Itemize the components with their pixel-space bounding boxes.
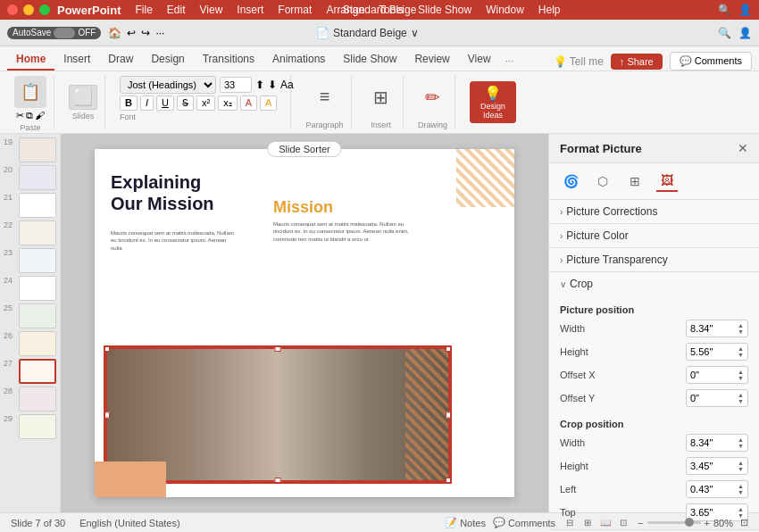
presenter-view-icon[interactable]: ⊡ (616, 516, 630, 530)
zoom-out-icon[interactable]: − (638, 518, 643, 528)
offset-y-up[interactable]: ▲ (738, 392, 744, 398)
insert-icon[interactable]: ⊞ (373, 87, 388, 108)
tell-me-button[interactable]: 💡 Tell me (554, 55, 604, 68)
tab-slideshow[interactable]: Slide Show (334, 49, 405, 71)
tab-view[interactable]: View (459, 49, 500, 71)
ribbon-more[interactable]: ··· (500, 51, 520, 71)
tab-design[interactable]: Design (142, 49, 193, 71)
offset-x-up[interactable]: ▲ (738, 369, 744, 375)
undo-icon[interactable]: ↩ (127, 27, 136, 39)
font-name-select[interactable]: Jost (Headings) (120, 76, 216, 94)
highlight-button[interactable]: A (260, 96, 277, 111)
crop-top-up[interactable]: ▲ (738, 506, 744, 512)
italic-button[interactable]: I (140, 96, 154, 111)
slide-canvas[interactable]: Explaining Our Mission Mission Mauris co… (95, 149, 514, 497)
close-button[interactable] (7, 4, 18, 15)
reading-view-icon[interactable]: 📖 (598, 516, 613, 530)
paste-icon[interactable]: 📋 (14, 76, 46, 108)
tab-draw[interactable]: Draw (99, 49, 142, 71)
offset-y-input[interactable]: 0" ▲ ▼ (686, 389, 748, 407)
redo-icon[interactable]: ↪ (141, 27, 150, 39)
menu-window[interactable]: Window (486, 4, 524, 16)
tab-transitions[interactable]: Transitions (194, 49, 263, 71)
offset-x-stepper[interactable]: ▲ ▼ (738, 369, 744, 381)
underline-button[interactable]: U (156, 96, 174, 111)
slides-icon[interactable]: ⬜ (69, 85, 97, 110)
menu-help[interactable]: Help (538, 4, 561, 16)
comments-button[interactable]: 💬 Comments (670, 52, 752, 71)
slide-preview-26[interactable] (19, 331, 56, 356)
layout-icon-tab[interactable]: ⊞ (624, 170, 646, 192)
width-input[interactable]: 8.34" ▲ ▼ (686, 320, 748, 337)
more-icon[interactable]: ··· (155, 27, 164, 39)
slide-preview-24[interactable] (19, 276, 56, 301)
slide-preview-20[interactable] (19, 165, 56, 190)
minimize-button[interactable] (23, 4, 34, 15)
share-button[interactable]: ↑ Share (611, 54, 663, 70)
crop-left-up[interactable]: ▲ (738, 483, 744, 489)
height-stepper[interactable]: ▲ ▼ (738, 345, 744, 358)
slide-preview-23[interactable] (19, 248, 56, 273)
crop-height-input[interactable]: 3.45" ▲ ▼ (686, 457, 748, 475)
user-icon[interactable]: 👤 (738, 27, 752, 39)
crop-left-input[interactable]: 0.43" ▲ ▼ (686, 480, 748, 498)
autosave-toggle[interactable]: AutoSave OFF (7, 27, 101, 39)
normal-view-icon[interactable]: ⊟ (563, 516, 577, 530)
menu-slideshow[interactable]: Slide Show (418, 4, 471, 16)
home-icon[interactable]: 🏠 (108, 27, 121, 39)
crop-height-up[interactable]: ▲ (738, 460, 744, 466)
offset-x-input[interactable]: 0" ▲ ▼ (686, 366, 748, 384)
copy-icon[interactable]: ⧉ (26, 110, 33, 121)
crop-width-stepper[interactable]: ▲ ▼ (738, 436, 744, 449)
crop-width-input[interactable]: 8.34" ▲ ▼ (686, 434, 748, 452)
cut-icon[interactable]: ✂ (16, 110, 24, 121)
crop-section-header[interactable]: ∨ Crop (549, 272, 759, 295)
zoom-in-icon[interactable]: + (705, 518, 710, 528)
superscript-button[interactable]: x² (196, 96, 215, 111)
slide-sorter-badge[interactable]: Slide Sorter (267, 141, 341, 157)
fit-to-window-icon[interactable]: ⊡ (740, 517, 748, 528)
comments-button[interactable]: 💬 Comments (493, 517, 555, 528)
picture-transparency-header[interactable]: › Picture Transparency (549, 248, 759, 271)
picture-color-header[interactable]: › Picture Color (549, 224, 759, 247)
strikethrough-button[interactable]: S̶ (177, 96, 194, 111)
design-ideas-button[interactable]: 💡 Design Ideas (470, 81, 516, 123)
font-color-button[interactable]: A (240, 96, 257, 111)
slide-preview-27[interactable] (19, 359, 56, 384)
notes-button[interactable]: 📝 Notes (445, 517, 486, 528)
height-down[interactable]: ▼ (738, 352, 744, 358)
picture-corrections-header[interactable]: › Picture Corrections (549, 200, 759, 223)
slide-sorter-view-icon[interactable]: ⊞ (580, 516, 595, 530)
slide-preview-22[interactable] (19, 220, 56, 245)
offset-x-down[interactable]: ▼ (738, 375, 744, 381)
slide-preview-29[interactable] (19, 414, 56, 439)
decrease-font-icon[interactable]: ⬇ (268, 79, 277, 91)
menu-edit[interactable]: Edit (167, 4, 186, 16)
slide-preview-25[interactable] (19, 303, 56, 328)
maximize-button[interactable] (39, 4, 50, 15)
menu-format[interactable]: Format (278, 4, 312, 16)
drawing-icon[interactable]: ✏ (425, 87, 440, 108)
account-icon[interactable]: 👤 (738, 4, 752, 16)
subscript-button[interactable]: x₂ (218, 96, 238, 111)
slide-preview-19[interactable] (19, 137, 56, 162)
zoom-slider[interactable] (647, 521, 701, 524)
paragraph-icon[interactable]: ≡ (320, 87, 330, 107)
width-down[interactable]: ▼ (738, 328, 744, 335)
menu-file[interactable]: File (136, 4, 153, 16)
slide-preview-21[interactable] (19, 193, 56, 218)
crop-height-stepper[interactable]: ▲ ▼ (738, 460, 744, 472)
width-up[interactable]: ▲ (738, 322, 744, 328)
title-chevron-icon[interactable]: ∨ (411, 27, 419, 39)
offset-y-down[interactable]: ▼ (738, 398, 744, 404)
autosave-switch[interactable] (54, 28, 75, 38)
format-painter-icon[interactable]: 🖌 (35, 110, 45, 121)
crop-left-down[interactable]: ▼ (738, 489, 744, 495)
height-up[interactable]: ▲ (738, 345, 744, 352)
search-btn[interactable]: 🔍 (718, 27, 731, 39)
menu-insert[interactable]: Insert (237, 4, 263, 16)
search-icon[interactable]: 🔍 (718, 4, 731, 16)
menu-view[interactable]: View (200, 4, 223, 16)
picture-icon-tab[interactable]: 🖼 (656, 170, 678, 192)
crop-left-stepper[interactable]: ▲ ▼ (738, 483, 744, 495)
